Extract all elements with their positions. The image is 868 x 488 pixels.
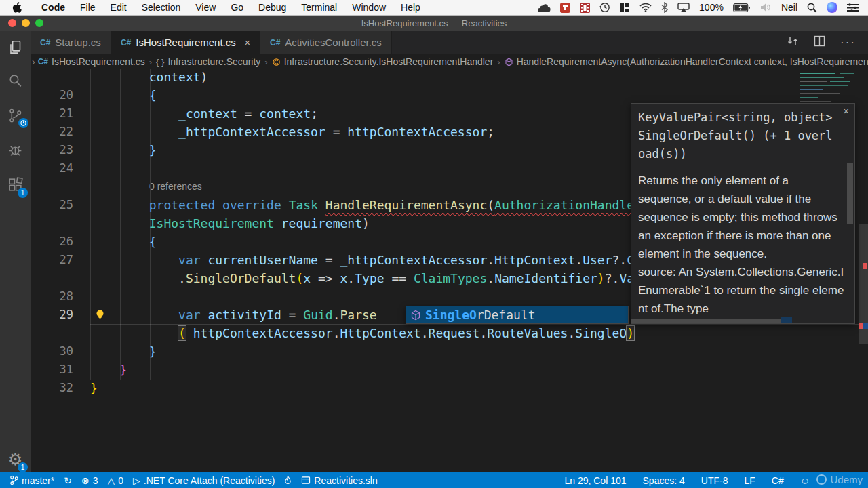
namespace-icon: { } [156,57,164,67]
breadcrumb-item[interactable]: Infrastructure.Security.IsHostRequiremen… [272,56,494,67]
open-changes-icon[interactable] [787,35,799,50]
control-center-icon[interactable] [847,3,859,12]
code-text: } [90,141,157,159]
code-line-wrap[interactable]: context) [31,68,868,86]
menu-item-selection[interactable]: Selection [134,2,189,13]
bartender-icon[interactable] [620,3,630,13]
code-line-31[interactable]: 31 } [31,361,868,379]
breadcrumb-item[interactable]: C#IsHostRequirement.cs [38,56,145,67]
code-text: { [90,86,157,104]
menu-item-window[interactable]: Window [344,2,393,13]
bluetooth-icon[interactable] [661,2,668,13]
tab-label: IsHostRequirement.cs [136,37,236,48]
method-icon [505,58,513,66]
lightbulb-icon[interactable] [95,309,105,323]
menu-item-debug[interactable]: Debug [251,2,294,13]
menu-item-view[interactable]: View [188,2,223,13]
spotlight-search-icon[interactable] [807,3,817,13]
battery-icon[interactable] [733,3,751,12]
breadcrumb-chevron[interactable]: › [32,56,35,67]
close-icon[interactable]: × [843,105,849,117]
error-marker [859,323,863,329]
tab-activitiescontroller-cs[interactable]: C#ActivitiesController.cs [260,30,392,54]
line-number: 23 [31,141,90,159]
statusbar-git-branch[interactable]: master* [9,475,54,486]
search-icon[interactable] [0,66,31,96]
status-bar: master*↻⊗3△0▷.NET Core Attach (Reactivit… [0,472,868,488]
udemy-watermark: Udemy [816,474,863,485]
menu-item-code[interactable]: Code [34,2,73,13]
code-line-20[interactable]: 20 { [31,86,868,104]
menu-item-terminal[interactable]: Terminal [294,2,344,13]
close-icon[interactable]: × [245,37,250,48]
extensions-icon[interactable]: 1 [0,169,31,200]
airplay-icon[interactable] [677,3,690,12]
tab-startup-cs[interactable]: C#Startup.cs [31,30,111,54]
code-line-30[interactable]: 30 } [31,342,868,361]
volume-icon[interactable] [760,3,772,12]
explorer-icon[interactable] [0,32,31,62]
statusbar-sync[interactable]: ↻ [64,476,72,485]
tooltip-signature: KeyValuePair<string, object> SingleOrDef… [638,108,837,163]
apple-menu-icon[interactable] [12,2,22,13]
menu-item-help[interactable]: Help [393,2,428,13]
menu-item-edit[interactable]: Edit [103,2,134,13]
video-app-icon[interactable] [580,3,590,13]
udemy-logo-icon [816,474,827,485]
split-editor-icon[interactable] [814,35,825,49]
code-text: _context = context; [90,104,318,123]
menu-item-go[interactable]: Go [223,2,251,13]
time-machine-icon[interactable] [599,2,610,13]
statusbar-errors[interactable]: ⊗3 [81,475,98,486]
statusbar-warnings[interactable]: △0 [108,475,124,486]
breadcrumb-separator: › [264,57,267,67]
tooltip-description: Returns the only element of a sequence, … [638,171,844,263]
line-number: 24 [31,159,90,178]
code-text: var activityId = Guid.Parse [90,306,377,324]
statusbar-utf-8[interactable]: UTF-8 [701,475,728,486]
debug-icon[interactable] [0,135,31,165]
tooltip-scrollbar[interactable] [847,163,853,224]
macos-menubar: CodeFileEditSelectionViewGoDebugTerminal… [0,0,868,16]
wifi-icon[interactable] [639,3,652,12]
code-line-wrap[interactable]: (_httpContextAccessor.HttpContext.Reques… [31,324,868,342]
solution-icon [301,476,311,485]
line-number: 22 [31,123,90,141]
code-text: } [90,379,98,397]
flame-icon [284,475,292,485]
intellisense-docs-tooltip: KeyValuePair<string, object> SingleOrDef… [631,103,855,324]
code-line-32[interactable]: 32} [31,379,868,397]
statusbar-play[interactable]: ▷.NET Core Attach (Reactivities) [133,475,275,486]
breadcrumb-item[interactable]: { }Infrastructure.Security [156,56,260,67]
vscode-window: CodeFileEditSelectionViewGoDebugTerminal… [0,0,868,488]
statusbar-flame[interactable] [284,475,292,485]
error-marker [863,263,867,269]
code-text: } [90,361,127,379]
tab-ishostrequirement-cs[interactable]: C#IsHostRequirement.cs× [111,30,260,54]
window-titlebar[interactable]: IsHostRequirement.cs — Reactivities [0,16,868,30]
statusbar-c-[interactable]: C# [772,475,784,486]
siri-icon[interactable] [827,2,837,13]
statusbar-solution[interactable]: Reactivities.sln [301,475,377,486]
suggest-item-rest: rDefault [477,308,536,322]
code-text: context) [90,68,208,86]
statusbar-spaces-4[interactable]: Spaces: 4 [643,475,685,486]
more-actions-icon[interactable]: ··· [840,36,856,49]
statusbar-ln-29-col-101[interactable]: Ln 29, Col 101 [564,475,626,486]
warnings-icon: △ [108,476,115,485]
source-control-icon[interactable] [0,100,31,131]
line-number: 32 [31,379,90,397]
menu-items: CodeFileEditSelectionViewGoDebugTerminal… [34,2,428,13]
statusbar-lf[interactable]: LF [744,475,755,486]
breadcrumb-item[interactable]: HandleRequirementAsync(AuthorizationHand… [505,56,868,67]
line-number [31,214,90,232]
line-number: 21 [31,104,90,123]
cloud-icon[interactable] [537,3,551,12]
intellisense-suggest-widget[interactable]: SingleOrDefault [406,306,629,324]
menubar-username[interactable]: Neil [781,2,797,13]
settings-gear-icon[interactable]: ⚙ 1 [0,444,31,474]
feedback-smiley-icon[interactable]: ☺ [800,475,810,486]
menu-item-file[interactable]: File [73,2,103,13]
tooltip-hscrollbar[interactable] [631,319,781,323]
toolbox-icon[interactable] [560,3,570,13]
